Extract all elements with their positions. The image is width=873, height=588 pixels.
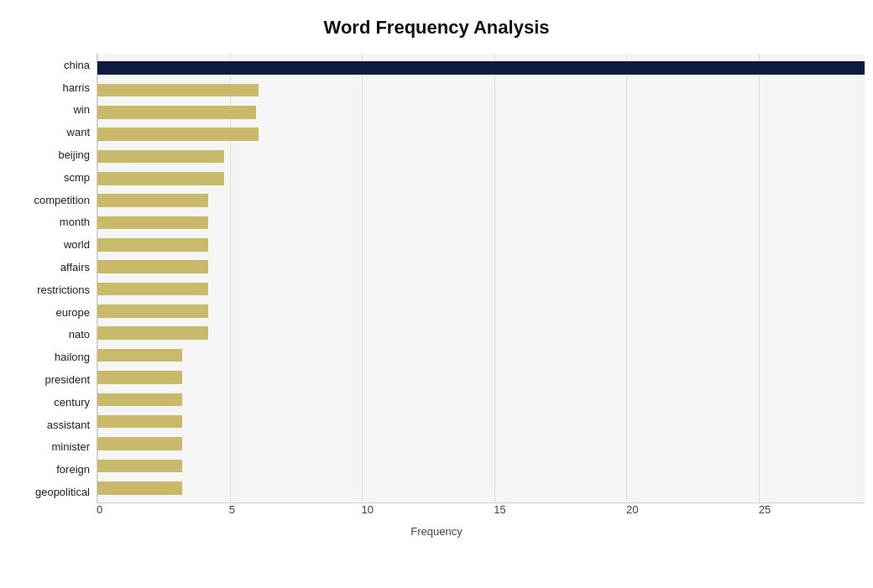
bar [97, 326, 208, 340]
bar-row [97, 300, 865, 322]
bar-row [97, 190, 865, 211]
y-label: president [45, 374, 90, 385]
bar-row [97, 477, 865, 499]
bar [97, 481, 182, 495]
chart-area: chinaharriswinwantbeijingscmpcompetition… [8, 54, 865, 503]
bar [97, 415, 182, 429]
y-label: harris [62, 82, 90, 93]
y-label: assistant [47, 419, 90, 430]
bar-row [97, 234, 865, 256]
bar [97, 238, 208, 252]
chart-container: Word Frequency Analysis chinaharriswinwa… [0, 0, 873, 588]
bar-row [97, 123, 865, 145]
y-label: nato [69, 329, 90, 340]
bar [97, 194, 208, 207]
bar [97, 283, 208, 296]
y-label: competition [34, 195, 90, 206]
bar [97, 127, 259, 141]
bar-row [97, 344, 865, 366]
x-axis-label: Frequency [8, 525, 865, 538]
y-label: scmp [64, 172, 90, 183]
bar-row [97, 256, 865, 278]
bar-row [97, 455, 865, 476]
bar [97, 349, 182, 362]
bar [97, 61, 865, 75]
y-labels: chinaharriswinwantbeijingscmpcompetition… [8, 54, 97, 503]
bar-row [97, 322, 865, 344]
bar [97, 460, 182, 473]
bars-area [97, 54, 865, 503]
y-label: century [54, 397, 90, 408]
bar-row [97, 79, 865, 101]
bar [97, 437, 182, 450]
bar-row [97, 278, 865, 299]
bar-row [97, 211, 865, 233]
y-label: affairs [60, 262, 90, 273]
bar [97, 216, 208, 230]
bar [97, 393, 182, 407]
chart-title: Word Frequency Analysis [324, 17, 550, 39]
y-label: restrictions [37, 284, 90, 295]
bar-row [97, 411, 865, 433]
bar [97, 150, 224, 164]
bar-row [97, 168, 865, 190]
bar [97, 106, 256, 119]
y-label: beijing [58, 149, 90, 160]
bar-row [97, 367, 865, 388]
y-label: europe [56, 307, 90, 318]
bar [97, 304, 208, 318]
bar-row [97, 145, 865, 167]
y-label: minister [51, 441, 90, 452]
y-label: geopolitical [35, 487, 90, 497]
y-label: month [60, 216, 90, 227]
bar-row [97, 433, 865, 455]
bar-row [97, 388, 865, 410]
bar [97, 84, 259, 97]
y-label: china [64, 60, 90, 70]
bar [97, 172, 224, 185]
y-label: hailong [55, 351, 90, 362]
y-label: win [73, 104, 90, 115]
y-label: want [67, 127, 90, 138]
bar-row [97, 101, 865, 123]
bar-row [97, 57, 865, 79]
y-label: foreign [56, 464, 90, 475]
y-label: world [64, 239, 90, 250]
bar [97, 260, 208, 273]
bar [97, 371, 182, 384]
